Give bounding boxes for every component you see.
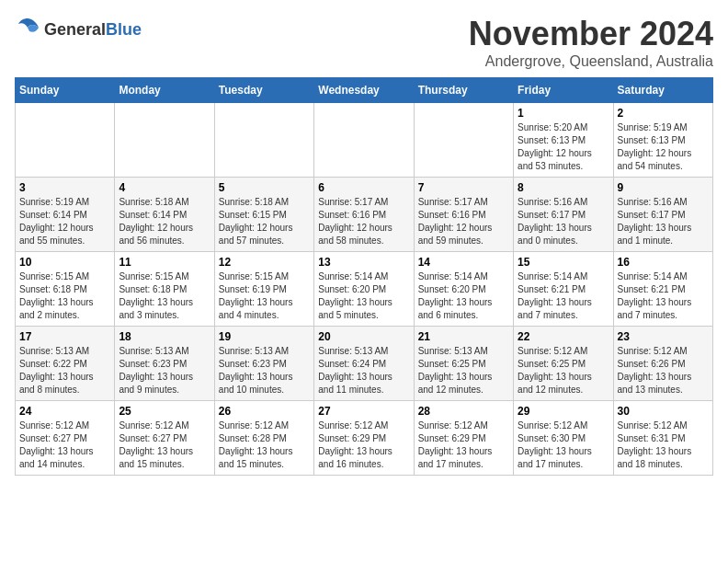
logo-text-general: General — [44, 20, 106, 39]
day-number: 26 — [219, 405, 310, 418]
calendar-week-2: 3Sunrise: 5:19 AM Sunset: 6:14 PM Daylig… — [16, 178, 713, 252]
calendar-cell: 9Sunrise: 5:16 AM Sunset: 6:17 PM Daylig… — [613, 178, 712, 252]
day-number: 20 — [318, 330, 409, 343]
day-number: 16 — [618, 256, 709, 269]
day-info: Sunrise: 5:12 AM Sunset: 6:27 PM Dayligh… — [19, 419, 110, 471]
calendar-cell: 20Sunrise: 5:13 AM Sunset: 6:24 PM Dayli… — [314, 327, 414, 401]
calendar-cell: 14Sunrise: 5:14 AM Sunset: 6:20 PM Dayli… — [414, 252, 513, 327]
day-info: Sunrise: 5:13 AM Sunset: 6:24 PM Dayligh… — [318, 345, 409, 396]
calendar-cell: 29Sunrise: 5:12 AM Sunset: 6:30 PM Dayli… — [514, 401, 613, 476]
weekday-header-friday: Friday — [514, 78, 613, 103]
weekday-header-sunday: Sunday — [16, 78, 115, 103]
day-info: Sunrise: 5:12 AM Sunset: 6:31 PM Dayligh… — [618, 419, 709, 471]
day-number: 9 — [618, 181, 709, 194]
day-number: 13 — [318, 256, 409, 269]
calendar-cell: 1Sunrise: 5:20 AM Sunset: 6:13 PM Daylig… — [514, 103, 613, 178]
calendar-cell: 19Sunrise: 5:13 AM Sunset: 6:23 PM Dayli… — [214, 327, 313, 401]
day-info: Sunrise: 5:16 AM Sunset: 6:17 PM Dayligh… — [618, 196, 709, 247]
day-info: Sunrise: 5:20 AM Sunset: 6:13 PM Dayligh… — [518, 121, 609, 173]
day-number: 15 — [518, 256, 609, 269]
calendar-cell: 15Sunrise: 5:14 AM Sunset: 6:21 PM Dayli… — [514, 252, 613, 327]
day-number: 23 — [618, 330, 709, 343]
calendar-cell: 24Sunrise: 5:12 AM Sunset: 6:27 PM Dayli… — [16, 401, 115, 476]
day-number: 7 — [418, 181, 509, 194]
day-info: Sunrise: 5:14 AM Sunset: 6:21 PM Dayligh… — [518, 270, 609, 322]
calendar-week-1: 1Sunrise: 5:20 AM Sunset: 6:13 PM Daylig… — [16, 103, 713, 178]
day-info: Sunrise: 5:12 AM Sunset: 6:29 PM Dayligh… — [318, 419, 409, 471]
day-number: 6 — [318, 181, 409, 194]
day-number: 24 — [19, 405, 110, 418]
calendar-cell: 23Sunrise: 5:12 AM Sunset: 6:26 PM Dayli… — [613, 327, 712, 401]
month-title: November 2024 — [469, 15, 713, 53]
day-info: Sunrise: 5:12 AM Sunset: 6:30 PM Dayligh… — [518, 419, 609, 471]
day-number: 17 — [19, 330, 110, 343]
calendar-cell: 21Sunrise: 5:13 AM Sunset: 6:25 PM Dayli… — [414, 327, 513, 401]
day-number: 27 — [318, 405, 409, 418]
logo-text-blue: Blue — [106, 20, 142, 39]
day-info: Sunrise: 5:15 AM Sunset: 6:18 PM Dayligh… — [119, 270, 210, 322]
calendar-cell: 5Sunrise: 5:18 AM Sunset: 6:15 PM Daylig… — [214, 178, 313, 252]
day-number: 4 — [119, 181, 210, 194]
day-number: 19 — [219, 330, 310, 343]
calendar-cell: 25Sunrise: 5:12 AM Sunset: 6:27 PM Dayli… — [115, 401, 214, 476]
day-info: Sunrise: 5:13 AM Sunset: 6:23 PM Dayligh… — [219, 345, 310, 396]
day-number: 14 — [418, 256, 509, 269]
calendar-cell: 26Sunrise: 5:12 AM Sunset: 6:28 PM Dayli… — [214, 401, 313, 476]
calendar-cell: 22Sunrise: 5:12 AM Sunset: 6:25 PM Dayli… — [514, 327, 613, 401]
logo: GeneralBlue — [15, 15, 142, 44]
day-info: Sunrise: 5:14 AM Sunset: 6:21 PM Dayligh… — [618, 270, 709, 322]
day-number: 8 — [518, 181, 609, 194]
day-info: Sunrise: 5:19 AM Sunset: 6:14 PM Dayligh… — [19, 196, 110, 247]
day-number: 22 — [518, 330, 609, 343]
location-title: Andergrove, Queensland, Australia — [469, 53, 713, 70]
header: GeneralBlue November 2024 Andergrove, Qu… — [15, 15, 713, 70]
calendar-table: SundayMondayTuesdayWednesdayThursdayFrid… — [15, 77, 713, 476]
calendar-cell: 13Sunrise: 5:14 AM Sunset: 6:20 PM Dayli… — [314, 252, 414, 327]
weekday-header-wednesday: Wednesday — [314, 78, 414, 103]
calendar-cell — [314, 103, 414, 178]
weekday-header-row: SundayMondayTuesdayWednesdayThursdayFrid… — [16, 78, 713, 103]
calendar-cell: 10Sunrise: 5:15 AM Sunset: 6:18 PM Dayli… — [16, 252, 115, 327]
day-number: 12 — [219, 256, 310, 269]
day-info: Sunrise: 5:12 AM Sunset: 6:26 PM Dayligh… — [618, 345, 709, 396]
day-number: 11 — [119, 256, 210, 269]
day-info: Sunrise: 5:15 AM Sunset: 6:18 PM Dayligh… — [19, 270, 110, 322]
calendar-cell: 30Sunrise: 5:12 AM Sunset: 6:31 PM Dayli… — [613, 401, 712, 476]
calendar-cell: 17Sunrise: 5:13 AM Sunset: 6:22 PM Dayli… — [16, 327, 115, 401]
day-number: 5 — [219, 181, 310, 194]
weekday-header-thursday: Thursday — [414, 78, 513, 103]
day-info: Sunrise: 5:12 AM Sunset: 6:29 PM Dayligh… — [418, 419, 509, 471]
day-number: 1 — [518, 107, 609, 120]
day-number: 18 — [119, 330, 210, 343]
day-info: Sunrise: 5:19 AM Sunset: 6:13 PM Dayligh… — [618, 121, 709, 173]
calendar-cell: 18Sunrise: 5:13 AM Sunset: 6:23 PM Dayli… — [115, 327, 214, 401]
calendar-cell: 11Sunrise: 5:15 AM Sunset: 6:18 PM Dayli… — [115, 252, 214, 327]
calendar-week-5: 24Sunrise: 5:12 AM Sunset: 6:27 PM Dayli… — [16, 401, 713, 476]
day-number: 25 — [119, 405, 210, 418]
day-number: 3 — [19, 181, 110, 194]
calendar-cell: 2Sunrise: 5:19 AM Sunset: 6:13 PM Daylig… — [613, 103, 712, 178]
day-info: Sunrise: 5:14 AM Sunset: 6:20 PM Dayligh… — [418, 270, 509, 322]
calendar-week-3: 10Sunrise: 5:15 AM Sunset: 6:18 PM Dayli… — [16, 252, 713, 327]
day-info: Sunrise: 5:17 AM Sunset: 6:16 PM Dayligh… — [318, 196, 409, 247]
day-info: Sunrise: 5:16 AM Sunset: 6:17 PM Dayligh… — [518, 196, 609, 247]
day-number: 28 — [418, 405, 509, 418]
calendar-cell: 7Sunrise: 5:17 AM Sunset: 6:16 PM Daylig… — [414, 178, 513, 252]
calendar-cell: 8Sunrise: 5:16 AM Sunset: 6:17 PM Daylig… — [514, 178, 613, 252]
day-info: Sunrise: 5:18 AM Sunset: 6:14 PM Dayligh… — [119, 196, 210, 247]
weekday-header-monday: Monday — [115, 78, 214, 103]
day-info: Sunrise: 5:18 AM Sunset: 6:15 PM Dayligh… — [219, 196, 310, 247]
calendar-cell: 4Sunrise: 5:18 AM Sunset: 6:14 PM Daylig… — [115, 178, 214, 252]
calendar-week-4: 17Sunrise: 5:13 AM Sunset: 6:22 PM Dayli… — [16, 327, 713, 401]
calendar-cell: 27Sunrise: 5:12 AM Sunset: 6:29 PM Dayli… — [314, 401, 414, 476]
day-number: 2 — [618, 107, 709, 120]
title-section: November 2024 Andergrove, Queensland, Au… — [469, 15, 713, 70]
day-info: Sunrise: 5:13 AM Sunset: 6:23 PM Dayligh… — [119, 345, 210, 396]
day-info: Sunrise: 5:12 AM Sunset: 6:27 PM Dayligh… — [119, 419, 210, 471]
day-number: 30 — [618, 405, 709, 418]
day-number: 21 — [418, 330, 509, 343]
day-number: 29 — [518, 405, 609, 418]
day-info: Sunrise: 5:13 AM Sunset: 6:25 PM Dayligh… — [418, 345, 509, 396]
day-info: Sunrise: 5:15 AM Sunset: 6:19 PM Dayligh… — [219, 270, 310, 322]
day-info: Sunrise: 5:13 AM Sunset: 6:22 PM Dayligh… — [19, 345, 110, 396]
